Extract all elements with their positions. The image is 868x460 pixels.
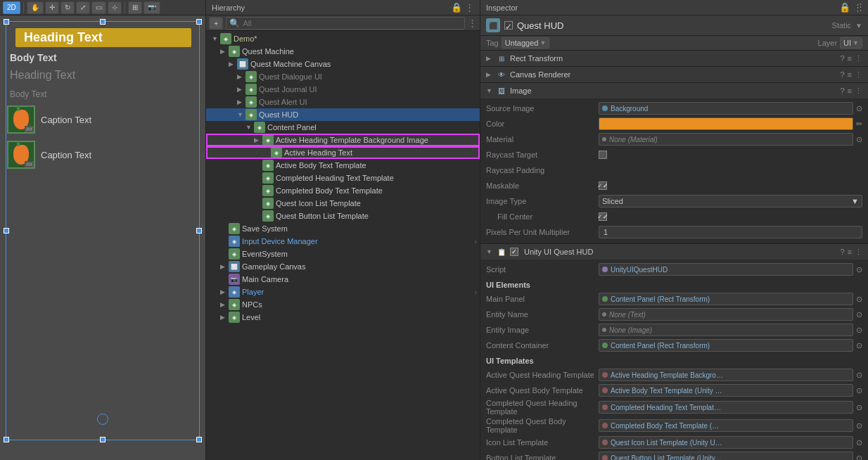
quest-hud-enabled[interactable]: ✓ — [510, 248, 518, 256]
resize-handle-bl[interactable] — [4, 437, 9, 442]
quest-hud-settings-icon[interactable]: ≡ — [848, 248, 852, 257]
scene-view[interactable]: Heading Text Body Text Heading Text Body… — [0, 15, 205, 460]
hierarchy-item-content-panel[interactable]: ▼ ◈ Content Panel — [206, 121, 480, 134]
rotate-tool-button[interactable]: ↻ — [60, 1, 75, 14]
main-panel-ref[interactable]: Content Panel (Rect Transform) — [599, 293, 853, 305]
source-image-target[interactable]: ⊙ — [856, 104, 862, 113]
entity-name-target[interactable]: ⊙ — [856, 310, 862, 319]
hierarchy-item-active-heading-text[interactable]: ◈ Active Heading Text — [206, 146, 480, 159]
quest-hud-help-icon[interactable]: ? — [840, 248, 844, 257]
layer-value[interactable]: UI ▼ — [840, 37, 862, 49]
static-dropdown-arrow[interactable]: ▼ — [855, 22, 862, 30]
maskable-checkbox[interactable]: ✓ — [599, 181, 607, 190]
inspector-lock-icon[interactable]: 🔒 — [839, 2, 850, 13]
hierarchy-item-quest-hud[interactable]: ▼ ◈ Quest HUD — [206, 108, 480, 121]
active-body-target[interactable]: ⊙ — [856, 386, 862, 395]
completed-body-target[interactable]: ⊙ — [856, 421, 862, 430]
completed-heading-target[interactable]: ⊙ — [856, 403, 862, 412]
button-list-template-ref[interactable]: Quest Button List Template (Unity UI But… — [599, 452, 853, 460]
hierarchy-item-quest-machine-canvas[interactable]: ▶ ⬜ Quest Machine Canvas — [206, 58, 480, 70]
material-target[interactable]: ⊙ — [856, 135, 862, 144]
hierarchy-item-save-system[interactable]: ◈ Save System — [206, 222, 480, 235]
scale-tool-button[interactable]: ⤢ — [76, 1, 90, 14]
hierarchy-item-quest-journal[interactable]: ▶ ◈ Quest Journal UI — [206, 83, 480, 96]
image-menu-icon[interactable]: ⋮ — [855, 87, 862, 96]
scene-menu-icon[interactable]: ⋮ — [856, 1, 865, 12]
hierarchy-item-active-heading-bg[interactable]: ▶ ◈ Active Heading Template Background I… — [206, 134, 480, 146]
canvas-renderer-header[interactable]: ▶ 👁 Canvas Renderer ? ≡ ⋮ — [480, 67, 868, 82]
hierarchy-item-player[interactable]: ▶ ◈ Player › — [206, 286, 480, 298]
image-settings-icon[interactable]: ≡ — [848, 87, 852, 96]
resize-handle-ml[interactable] — [4, 228, 9, 234]
main-panel-target[interactable]: ⊙ — [856, 295, 862, 304]
hierarchy-item-demo[interactable]: ▼ ◈ Demo* — [206, 32, 480, 45]
hierarchy-item-level[interactable]: ▶ ◈ Level — [206, 311, 480, 324]
hierarchy-item-input[interactable]: ◈ Input Device Manager › — [206, 235, 480, 248]
active-quest-heading-ref[interactable]: Active Heading Template Background Image… — [599, 369, 853, 381]
raycast-target-checkbox[interactable] — [599, 151, 607, 159]
source-image-ref[interactable]: Background — [599, 102, 853, 115]
rect-settings-icon[interactable]: ≡ — [848, 54, 852, 63]
hierarchy-item-quest-dialogue[interactable]: ▶ ◈ Quest Dialogue UI — [206, 70, 480, 83]
camera-button[interactable]: 📷 — [143, 1, 160, 14]
canvas-settings-icon[interactable]: ≡ — [848, 70, 852, 79]
color-swatch[interactable] — [599, 117, 853, 130]
entity-name-ref[interactable]: None (Text) — [599, 308, 853, 321]
icon-list-template-ref[interactable]: Quest Icon List Template (Unity UI Icon … — [599, 436, 853, 449]
content-container-target[interactable]: ⊙ — [856, 341, 862, 350]
completed-quest-heading-ref[interactable]: Completed Heading Text Template (Unity U… — [599, 401, 853, 414]
lock-icon[interactable]: 🔒 — [451, 2, 462, 13]
material-ref[interactable]: None (Material) — [599, 133, 853, 146]
entity-image-target[interactable]: ⊙ — [856, 326, 862, 335]
pixels-per-unit-box[interactable]: 1 — [599, 226, 862, 238]
hierarchy-item-event[interactable]: ◈ EventSystem — [206, 248, 480, 260]
icon-list-target[interactable]: ⊙ — [856, 438, 862, 447]
grid-button[interactable]: ⊞ — [128, 1, 142, 14]
hierarchy-item-icon-list[interactable]: ◈ Quest Icon List Template — [206, 197, 480, 210]
hierarchy-item-npcs[interactable]: ▶ ◈ NPCs — [206, 298, 480, 311]
resize-handle-br[interactable] — [196, 437, 202, 442]
color-target[interactable]: ✏ — [856, 120, 862, 129]
hierarchy-item-gameplay-canvas[interactable]: ▶ ⬜ Gameplay Canvas — [206, 260, 480, 273]
resize-handle-tm[interactable] — [100, 19, 106, 25]
rect-help-icon[interactable]: ? — [840, 54, 844, 63]
image-type-dropdown[interactable]: Sliced ▼ — [599, 195, 862, 207]
hierarchy-item-button-list[interactable]: ◈ Quest Button List Template — [206, 210, 480, 222]
button-list-target[interactable]: ⊙ — [856, 454, 862, 461]
move-tool-button[interactable]: ✛ — [45, 1, 59, 14]
entity-image-ref[interactable]: None (Image) — [599, 324, 853, 336]
active-heading-target[interactable]: ⊙ — [856, 371, 862, 380]
hierarchy-item-active-body[interactable]: ◈ Active Body Text Template — [206, 159, 480, 172]
object-enabled-checkbox[interactable]: ✓ — [504, 21, 513, 30]
hierarchy-menu-icon[interactable]: ⋮ — [465, 2, 474, 13]
hierarchy-filter-icon[interactable]: ⋮ — [468, 18, 477, 28]
hierarchy-item-completed-body[interactable]: ◈ Completed Body Text Template — [206, 184, 480, 197]
rect-transform-header[interactable]: ▶ ⊞ Rect Transform ? ≡ ⋮ — [480, 51, 868, 66]
image-help-icon[interactable]: ? — [840, 87, 844, 96]
canvas-menu-icon[interactable]: ⋮ — [855, 70, 862, 79]
active-quest-body-ref[interactable]: Active Body Text Template (Unity UI Text… — [599, 384, 853, 397]
hand-tool-button[interactable]: ✋ — [27, 1, 44, 14]
rect-tool-button[interactable]: ▭ — [91, 1, 106, 14]
image-component-header[interactable]: ▼ 🖼 Image ? ≡ ⋮ — [480, 83, 868, 98]
fill-center-checkbox[interactable]: ✓ — [599, 212, 607, 221]
hierarchy-item-quest-alert[interactable]: ▶ ◈ Quest Alert UI — [206, 96, 480, 108]
resize-handle-mr[interactable] — [196, 228, 202, 234]
hierarchy-search-input[interactable] — [243, 19, 461, 27]
resize-handle-tr[interactable] — [196, 19, 202, 25]
hierarchy-add-button[interactable]: + — [209, 17, 223, 30]
transform-tool-button[interactable]: ⊹ — [108, 1, 122, 14]
hierarchy-item-quest-machine[interactable]: ▶ ◈ Quest Machine — [206, 45, 480, 58]
script-ref[interactable]: UnityUIQuestHUD — [599, 263, 853, 276]
quest-hud-component-header[interactable]: ▼ 📋 ✓ Unity UI Quest HUD ? ≡ ⋮ — [480, 244, 868, 260]
hierarchy-item-main-camera[interactable]: 📷 Main Camera — [206, 273, 480, 286]
tag-value[interactable]: Untagged ▼ — [502, 37, 550, 49]
canvas-help-icon[interactable]: ? — [840, 70, 844, 79]
hierarchy-item-completed-heading[interactable]: ◈ Completed Heading Text Template — [206, 172, 480, 184]
completed-quest-body-ref[interactable]: Completed Body Text Template (Unity UI T… — [599, 419, 853, 432]
rect-menu-icon[interactable]: ⋮ — [855, 54, 862, 63]
2d-mode-button[interactable]: 2D — [3, 1, 20, 14]
quest-hud-menu-icon[interactable]: ⋮ — [855, 248, 862, 257]
script-target[interactable]: ⊙ — [856, 265, 862, 274]
content-container-ref[interactable]: Content Panel (Rect Transform) — [599, 339, 853, 352]
